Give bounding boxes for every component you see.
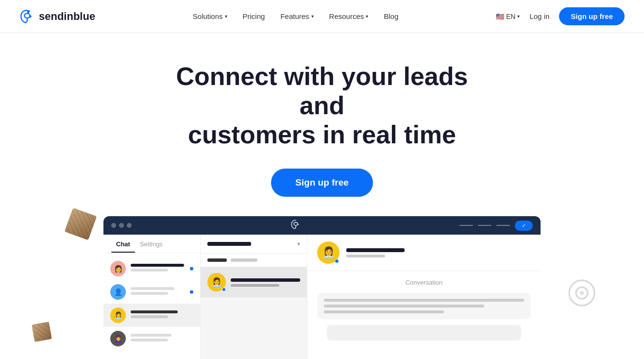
nav-blog[interactable]: Blog [384, 12, 398, 20]
titlebar-dot-2 [119, 223, 124, 228]
titlebar-dot-3 [127, 223, 132, 228]
chat-list: 👩 👤 [103, 253, 200, 354]
chat-item-4[interactable]: 👩‍🦱 [103, 327, 200, 350]
chevron-down-icon-4: ▾ [517, 14, 520, 19]
navbar: sendinblue Solutions ▾ Pricing Features … [0, 0, 644, 33]
avatar-4: 👩‍🦱 [110, 331, 126, 346]
avatar-2: 👤 [110, 284, 126, 300]
check-icon: ✓ [522, 222, 526, 229]
app-mockup: ✓ Chat Settings 👩 [103, 216, 541, 359]
deco-gear-icon [568, 279, 595, 307]
mid-sub-dark [207, 258, 227, 262]
titlebar-save-button[interactable]: ✓ [515, 221, 533, 231]
chat-lines-2 [131, 287, 193, 297]
right-avatar: 👩‍💼 [317, 241, 339, 264]
right-online-dot [335, 259, 339, 263]
bubble-line-2 [324, 305, 484, 308]
nav-links: Solutions ▾ Pricing Features ▾ Resources… [193, 12, 399, 20]
language-selector[interactable]: 🇺🇸 EN ▾ [496, 13, 520, 20]
tab-chat[interactable]: Chat [111, 235, 135, 253]
right-name-lines [346, 248, 531, 257]
bubble-line-1 [324, 299, 524, 302]
deco-cube-1 [65, 208, 97, 240]
unread-dot-1 [190, 267, 193, 271]
active-name-line [231, 278, 300, 282]
chat-lines-1 [131, 264, 193, 274]
chevron-down-icon-3: ▾ [366, 14, 368, 19]
conversation-area: Conversation [307, 271, 541, 348]
mid-panel: ▾ 👩‍💼 [201, 235, 307, 359]
titlebar-dot-1 [111, 223, 116, 228]
right-sub-line [346, 255, 385, 257]
chat-name-line-3 [131, 310, 178, 313]
chat-item-1[interactable]: 👩 [103, 257, 200, 280]
chevron-icon: ▾ [297, 240, 300, 247]
nav-pricing[interactable]: Pricing [243, 12, 265, 20]
chevron-down-icon-2: ▾ [311, 14, 314, 19]
chat-name-line-4 [131, 334, 171, 337]
nav-resources[interactable]: Resources ▾ [329, 12, 369, 20]
mid-sub-light [231, 258, 257, 262]
logo-icon [19, 9, 35, 24]
chat-preview-line-4 [131, 339, 168, 342]
chevron-down-icon: ▾ [225, 14, 227, 19]
bubble-line-3 [324, 310, 444, 313]
chat-lines-3 [131, 310, 193, 320]
active-online-dot [222, 288, 226, 291]
chat-item-3[interactable]: 👩‍💼 [103, 304, 200, 327]
mid-title-bar [207, 242, 251, 246]
active-lines [231, 278, 300, 287]
signup-button-hero[interactable]: Sign up free [271, 169, 373, 197]
chat-name-line-2 [131, 287, 174, 290]
svg-point-4 [297, 223, 298, 225]
titlebar-line-3 [496, 225, 510, 226]
mockup-tabs: Chat Settings [103, 235, 200, 253]
mockup-body: Chat Settings 👩 [103, 235, 541, 359]
titlebar-dots [111, 223, 132, 228]
nav-solutions[interactable]: Solutions ▾ [193, 12, 227, 20]
mockup-titlebar: ✓ [103, 216, 541, 235]
chat-preview-line-2 [131, 292, 168, 295]
avatar-3: 👩‍💼 [110, 308, 126, 323]
active-sub-line [231, 284, 279, 287]
mid-subheader [201, 254, 307, 267]
message-bubble-1 [317, 293, 531, 319]
right-header: 👩‍💼 [307, 235, 541, 271]
chat-preview-line [131, 269, 168, 272]
tab-settings[interactable]: Settings [135, 235, 168, 253]
signup-button-nav[interactable]: Sign up free [559, 7, 625, 25]
active-avatar: 👩‍💼 [207, 273, 226, 291]
titlebar-line-2 [478, 225, 491, 226]
titlebar-line-1 [459, 225, 473, 226]
mid-header: ▾ [201, 235, 307, 254]
active-chat-item[interactable]: 👩‍💼 [201, 267, 307, 297]
conv-label: Conversation [317, 279, 531, 286]
login-link[interactable]: Log in [529, 12, 549, 20]
chat-input[interactable] [327, 325, 521, 341]
chat-name-line [131, 264, 184, 267]
svg-point-0 [29, 15, 32, 17]
hero-heading: Connect with your leads and customers in… [152, 62, 492, 149]
avatar-1: 👩 [110, 261, 126, 276]
right-name-line [346, 248, 405, 252]
deco-cube-2 [32, 322, 52, 342]
flag-icon: 🇺🇸 [496, 13, 504, 20]
mockup-outer: ✓ Chat Settings 👩 [103, 216, 541, 359]
chat-preview-line-3 [131, 315, 168, 318]
chat-lines-4 [131, 334, 193, 343]
logo-text: sendinblue [39, 10, 95, 23]
right-panel: 👩‍💼 Conversation [307, 235, 541, 359]
nav-right: 🇺🇸 EN ▾ Log in Sign up free [496, 7, 625, 25]
svg-point-3 [580, 291, 584, 295]
nav-features[interactable]: Features ▾ [280, 12, 313, 20]
logo[interactable]: sendinblue [19, 9, 95, 24]
hero-section: Connect with your leads and customers in… [0, 33, 644, 197]
chat-item-2[interactable]: 👤 [103, 280, 200, 304]
titlebar-right: ✓ [459, 221, 533, 231]
chat-list-panel: Chat Settings 👩 [103, 235, 201, 359]
deco-area: ✓ Chat Settings 👩 [0, 216, 644, 359]
titlebar-logo-icon [290, 219, 301, 232]
unread-dot-2 [190, 291, 193, 294]
